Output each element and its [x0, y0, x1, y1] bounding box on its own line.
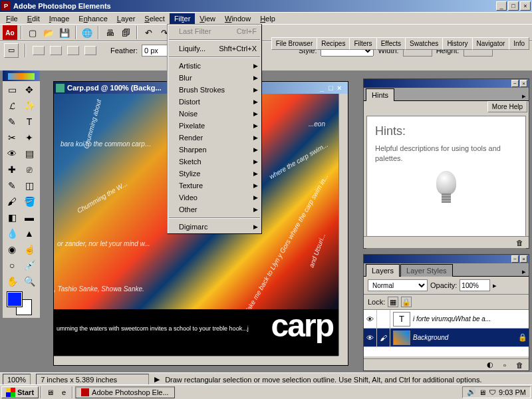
new-icon[interactable]: ▢	[25, 25, 40, 40]
menu-help[interactable]: Help	[255, 13, 280, 24]
print-icon[interactable]: 🖶	[102, 25, 117, 40]
filter-sketch[interactable]: Sketch▶	[168, 156, 261, 168]
lock-all-icon[interactable]: 🔒	[401, 297, 412, 307]
blend-mode-select[interactable]: Normal	[368, 279, 428, 291]
lock-transparency-icon[interactable]: ▦	[388, 297, 398, 307]
layer-name-2[interactable]: Background	[413, 334, 517, 341]
hints-tab[interactable]: Hints	[366, 88, 394, 101]
visibility-icon[interactable]: 👁	[364, 329, 377, 346]
hand-tool[interactable]: ✋	[4, 274, 20, 289]
straighten-tool[interactable]: ▤	[21, 146, 37, 161]
sc-navigator[interactable]: Navigator	[472, 37, 510, 50]
blur-tool[interactable]: 💧	[4, 226, 20, 241]
sc-effects[interactable]: Effects	[376, 37, 406, 50]
quicklaunch-ie-icon[interactable]: e	[58, 386, 70, 398]
print-preview-icon[interactable]: 🗐	[118, 25, 133, 40]
eraser-tool[interactable]: ◫	[21, 178, 37, 193]
foreground-color-swatch[interactable]	[7, 291, 23, 307]
shape-tool[interactable]: ▬	[21, 210, 37, 225]
tray-icon-1[interactable]: 🔊	[467, 388, 476, 396]
sc-recipes[interactable]: Recipes	[317, 37, 350, 50]
layer-styles-tab[interactable]: Layer Styles	[400, 264, 453, 277]
new-adjustment-icon[interactable]: ◐	[485, 360, 495, 370]
smudge-tool[interactable]: ☝	[21, 242, 37, 257]
layer-row-background[interactable]: 👁 🖌 Background 🔒	[364, 329, 529, 347]
filter-sharpen[interactable]: Sharpen▶	[168, 144, 261, 156]
opacity-flyout-icon[interactable]: ▸	[493, 281, 497, 290]
layers-minimize-button[interactable]: −	[511, 255, 519, 263]
taskbar-app-button[interactable]: Adobe Photoshop Ele...	[75, 386, 175, 398]
start-button[interactable]: Start	[1, 386, 39, 398]
paint-bucket-tool[interactable]: 🪣	[21, 194, 37, 209]
minimize-button[interactable]: _	[496, 1, 507, 11]
sc-filters[interactable]: Filters	[349, 37, 376, 50]
doc-size-display[interactable]: 7 inches x 5.389 inches	[36, 374, 149, 386]
hints-trash-icon[interactable]: 🗑	[514, 238, 525, 247]
filter-blur[interactable]: Blur▶	[168, 72, 261, 84]
filter-video[interactable]: Video▶	[168, 192, 261, 203]
healing-tool[interactable]: ✚	[4, 162, 20, 177]
marquee-tool-icon[interactable]: ▭	[4, 43, 19, 58]
subtract-selection-icon[interactable]	[67, 46, 79, 55]
sharpen-tool[interactable]: ◉	[4, 242, 20, 257]
filter-render[interactable]: Render▶	[168, 132, 261, 144]
dodge-tool[interactable]: ○	[4, 258, 20, 273]
new-selection-icon[interactable]	[33, 46, 45, 55]
opacity-input[interactable]	[460, 279, 490, 291]
add-selection-icon[interactable]	[50, 46, 62, 55]
layers-tab[interactable]: Layers	[366, 264, 400, 277]
selection-brush-tool[interactable]: ✎	[4, 114, 20, 129]
eyedropper-tool[interactable]: 💉	[21, 258, 37, 273]
doc-close-button[interactable]: ×	[337, 84, 346, 92]
menu-edit[interactable]: Edit	[23, 13, 45, 24]
doc-hscroll[interactable]	[54, 356, 338, 365]
cookie-cutter-tool[interactable]: ✦	[21, 130, 37, 145]
hints-close-button[interactable]: ×	[520, 80, 527, 87]
pencil-tool[interactable]: ✎	[4, 178, 20, 193]
step-backward-icon[interactable]: ↶	[141, 25, 156, 40]
filter-artistic[interactable]: Artistic▶	[168, 60, 261, 72]
lasso-tool[interactable]: 𝓛	[4, 98, 20, 113]
tray-icon-3[interactable]: 🛡	[489, 388, 496, 396]
menu-enhance[interactable]: Enhance	[74, 13, 112, 24]
zoom-tool[interactable]: 🔍	[21, 274, 37, 289]
filter-digimarc[interactable]: Digimarc▶	[168, 221, 261, 233]
tray-clock[interactable]: 9:03 PM	[499, 388, 526, 396]
crop-tool[interactable]: ✂	[4, 130, 20, 145]
maximize-button[interactable]: □	[508, 1, 519, 11]
type-tool[interactable]: T	[21, 114, 37, 129]
open-icon[interactable]: 📂	[41, 25, 56, 40]
zoom-display[interactable]: 100%	[3, 374, 31, 386]
tray-icon-2[interactable]: 🖥	[479, 388, 486, 396]
menu-view[interactable]: View	[195, 13, 220, 24]
visibility-icon[interactable]: 👁	[364, 310, 377, 328]
brush-icon[interactable]: 🖌	[377, 329, 390, 346]
filter-liquify[interactable]: Liquify... Shft+Ctrl+X	[168, 43, 261, 55]
sc-history[interactable]: History	[442, 37, 472, 50]
sc-file-browser[interactable]: File Browser	[271, 37, 318, 50]
menu-layer[interactable]: Layer	[112, 13, 140, 24]
wand-tool[interactable]: ✨	[21, 98, 37, 113]
filter-noise[interactable]: Noise▶	[168, 108, 261, 120]
link-icon[interactable]	[377, 310, 390, 328]
sc-info[interactable]: Info	[509, 37, 529, 50]
hints-minimize-button[interactable]: −	[511, 80, 519, 87]
filter-texture[interactable]: Texture▶	[168, 180, 261, 192]
red-eye-tool[interactable]: 👁	[4, 146, 20, 161]
hints-menu-icon[interactable]: ▸	[519, 92, 529, 100]
save-web-icon[interactable]: 🌐	[80, 25, 94, 40]
brush-tool[interactable]: 🖌	[4, 194, 20, 209]
menu-select[interactable]: Select	[140, 13, 170, 24]
filter-pixelate[interactable]: Pixelate▶	[168, 120, 261, 132]
doc-minimize-button[interactable]: _	[320, 84, 329, 92]
layer-row-text[interactable]: 👁 T i forte virumquWhat be a...	[364, 310, 529, 329]
menu-file[interactable]: File	[1, 13, 23, 24]
move-tool[interactable]: ✥	[21, 82, 37, 97]
filter-other[interactable]: Other▶	[168, 203, 261, 215]
doc-vscroll[interactable]	[338, 94, 348, 356]
menu-window[interactable]: Window	[220, 13, 255, 24]
marquee-tool[interactable]: ▭	[4, 82, 20, 97]
quicklaunch-desktop-icon[interactable]: 🖥	[44, 386, 56, 398]
intersect-selection-icon[interactable]	[84, 46, 96, 55]
new-layer-icon[interactable]: ▫	[499, 360, 510, 370]
